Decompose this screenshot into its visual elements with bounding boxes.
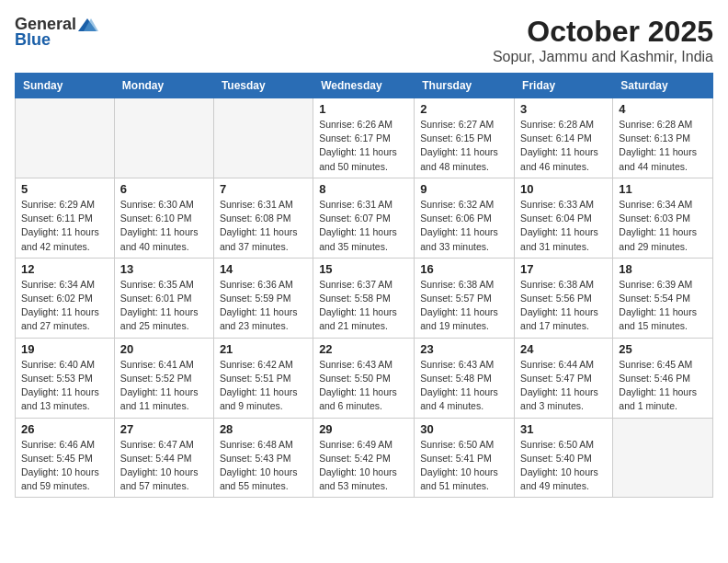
day-info: Sunrise: 6:50 AM Sunset: 5:40 PM Dayligh… xyxy=(520,438,607,494)
day-number: 20 xyxy=(120,342,208,356)
month-title: October 2025 xyxy=(493,15,713,49)
day-number: 2 xyxy=(420,102,508,116)
calendar-cell: 13Sunrise: 6:35 AM Sunset: 6:01 PM Dayli… xyxy=(114,258,213,338)
calendar-cell xyxy=(613,418,713,498)
day-number: 16 xyxy=(420,262,508,276)
day-number: 13 xyxy=(120,262,208,276)
day-number: 26 xyxy=(21,422,108,436)
day-number: 14 xyxy=(220,262,307,276)
day-number: 21 xyxy=(220,342,307,356)
week-row-4: 19Sunrise: 6:40 AM Sunset: 5:53 PM Dayli… xyxy=(16,338,713,418)
weekday-header-saturday: Saturday xyxy=(613,74,713,98)
week-row-5: 26Sunrise: 6:46 AM Sunset: 5:45 PM Dayli… xyxy=(16,418,713,498)
calendar-cell: 25Sunrise: 6:45 AM Sunset: 5:46 PM Dayli… xyxy=(613,338,713,418)
week-row-2: 5Sunrise: 6:29 AM Sunset: 6:11 PM Daylig… xyxy=(16,178,713,258)
day-info: Sunrise: 6:50 AM Sunset: 5:41 PM Dayligh… xyxy=(420,438,508,494)
day-number: 4 xyxy=(619,102,707,116)
day-info: Sunrise: 6:27 AM Sunset: 6:15 PM Dayligh… xyxy=(420,118,508,174)
calendar-cell: 11Sunrise: 6:34 AM Sunset: 6:03 PM Dayli… xyxy=(613,178,713,258)
day-info: Sunrise: 6:41 AM Sunset: 5:52 PM Dayligh… xyxy=(120,358,208,414)
calendar-cell: 10Sunrise: 6:33 AM Sunset: 6:04 PM Dayli… xyxy=(515,178,613,258)
day-info: Sunrise: 6:34 AM Sunset: 6:02 PM Dayligh… xyxy=(21,278,108,334)
day-number: 17 xyxy=(520,262,607,276)
calendar-cell: 6Sunrise: 6:30 AM Sunset: 6:10 PM Daylig… xyxy=(114,178,213,258)
day-info: Sunrise: 6:28 AM Sunset: 6:14 PM Dayligh… xyxy=(520,118,607,174)
calendar-cell: 9Sunrise: 6:32 AM Sunset: 6:06 PM Daylig… xyxy=(415,178,515,258)
day-info: Sunrise: 6:31 AM Sunset: 6:08 PM Dayligh… xyxy=(220,198,307,254)
day-number: 8 xyxy=(319,182,408,196)
calendar-cell: 28Sunrise: 6:48 AM Sunset: 5:43 PM Dayli… xyxy=(213,418,313,498)
day-info: Sunrise: 6:38 AM Sunset: 5:57 PM Dayligh… xyxy=(420,278,508,334)
day-info: Sunrise: 6:43 AM Sunset: 5:48 PM Dayligh… xyxy=(420,358,508,414)
day-number: 19 xyxy=(21,342,108,356)
day-info: Sunrise: 6:47 AM Sunset: 5:44 PM Dayligh… xyxy=(120,438,208,494)
calendar-cell: 26Sunrise: 6:46 AM Sunset: 5:45 PM Dayli… xyxy=(16,418,115,498)
day-info: Sunrise: 6:30 AM Sunset: 6:10 PM Dayligh… xyxy=(120,198,208,254)
day-number: 22 xyxy=(319,342,408,356)
day-info: Sunrise: 6:45 AM Sunset: 5:46 PM Dayligh… xyxy=(619,358,707,414)
calendar-table: SundayMondayTuesdayWednesdayThursdayFrid… xyxy=(15,73,713,498)
calendar-cell: 19Sunrise: 6:40 AM Sunset: 5:53 PM Dayli… xyxy=(16,338,115,418)
calendar-cell: 14Sunrise: 6:36 AM Sunset: 5:59 PM Dayli… xyxy=(213,258,313,338)
calendar-cell: 17Sunrise: 6:38 AM Sunset: 5:56 PM Dayli… xyxy=(515,258,613,338)
week-row-3: 12Sunrise: 6:34 AM Sunset: 6:02 PM Dayli… xyxy=(16,258,713,338)
day-info: Sunrise: 6:49 AM Sunset: 5:42 PM Dayligh… xyxy=(319,438,408,494)
day-number: 5 xyxy=(21,182,108,196)
day-number: 29 xyxy=(319,422,408,436)
calendar-cell: 16Sunrise: 6:38 AM Sunset: 5:57 PM Dayli… xyxy=(415,258,515,338)
day-number: 7 xyxy=(220,182,307,196)
day-info: Sunrise: 6:44 AM Sunset: 5:47 PM Dayligh… xyxy=(520,358,607,414)
day-info: Sunrise: 6:35 AM Sunset: 6:01 PM Dayligh… xyxy=(120,278,208,334)
title-block: October 2025 Sopur, Jammu and Kashmir, I… xyxy=(493,15,713,65)
day-info: Sunrise: 6:31 AM Sunset: 6:07 PM Dayligh… xyxy=(319,198,408,254)
calendar-cell xyxy=(114,98,213,178)
calendar-cell: 1Sunrise: 6:26 AM Sunset: 6:17 PM Daylig… xyxy=(313,98,415,178)
calendar-cell: 24Sunrise: 6:44 AM Sunset: 5:47 PM Dayli… xyxy=(515,338,613,418)
day-number: 12 xyxy=(21,262,108,276)
calendar-cell xyxy=(16,98,115,178)
day-info: Sunrise: 6:36 AM Sunset: 5:59 PM Dayligh… xyxy=(220,278,307,334)
location: Sopur, Jammu and Kashmir, India xyxy=(493,49,713,65)
day-info: Sunrise: 6:33 AM Sunset: 6:04 PM Dayligh… xyxy=(520,198,607,254)
day-number: 11 xyxy=(619,182,707,196)
logo-icon xyxy=(78,17,98,33)
calendar-cell: 18Sunrise: 6:39 AM Sunset: 5:54 PM Dayli… xyxy=(613,258,713,338)
calendar-cell: 15Sunrise: 6:37 AM Sunset: 5:58 PM Dayli… xyxy=(313,258,415,338)
calendar-cell: 27Sunrise: 6:47 AM Sunset: 5:44 PM Dayli… xyxy=(114,418,213,498)
day-number: 6 xyxy=(120,182,208,196)
day-info: Sunrise: 6:28 AM Sunset: 6:13 PM Dayligh… xyxy=(619,118,707,174)
day-info: Sunrise: 6:34 AM Sunset: 6:03 PM Dayligh… xyxy=(619,198,707,254)
day-number: 9 xyxy=(420,182,508,196)
day-number: 30 xyxy=(420,422,508,436)
weekday-header-tuesday: Tuesday xyxy=(213,74,313,98)
logo-blue-text: Blue xyxy=(15,30,51,50)
calendar-cell: 7Sunrise: 6:31 AM Sunset: 6:08 PM Daylig… xyxy=(213,178,313,258)
day-number: 25 xyxy=(619,342,707,356)
day-info: Sunrise: 6:48 AM Sunset: 5:43 PM Dayligh… xyxy=(220,438,307,494)
day-number: 10 xyxy=(520,182,607,196)
calendar-cell: 21Sunrise: 6:42 AM Sunset: 5:51 PM Dayli… xyxy=(213,338,313,418)
weekday-header-monday: Monday xyxy=(114,74,213,98)
calendar-cell: 22Sunrise: 6:43 AM Sunset: 5:50 PM Dayli… xyxy=(313,338,415,418)
calendar-cell: 12Sunrise: 6:34 AM Sunset: 6:02 PM Dayli… xyxy=(16,258,115,338)
day-info: Sunrise: 6:39 AM Sunset: 5:54 PM Dayligh… xyxy=(619,278,707,334)
day-number: 23 xyxy=(420,342,508,356)
day-number: 31 xyxy=(520,422,607,436)
calendar-cell: 20Sunrise: 6:41 AM Sunset: 5:52 PM Dayli… xyxy=(114,338,213,418)
day-number: 27 xyxy=(120,422,208,436)
calendar-cell: 3Sunrise: 6:28 AM Sunset: 6:14 PM Daylig… xyxy=(515,98,613,178)
day-info: Sunrise: 6:38 AM Sunset: 5:56 PM Dayligh… xyxy=(520,278,607,334)
day-number: 24 xyxy=(520,342,607,356)
day-info: Sunrise: 6:32 AM Sunset: 6:06 PM Dayligh… xyxy=(420,198,508,254)
weekday-header-sunday: Sunday xyxy=(16,74,115,98)
day-number: 1 xyxy=(319,102,408,116)
calendar-cell: 23Sunrise: 6:43 AM Sunset: 5:48 PM Dayli… xyxy=(415,338,515,418)
calendar-cell: 31Sunrise: 6:50 AM Sunset: 5:40 PM Dayli… xyxy=(515,418,613,498)
weekday-header-row: SundayMondayTuesdayWednesdayThursdayFrid… xyxy=(16,74,713,98)
calendar-cell: 8Sunrise: 6:31 AM Sunset: 6:07 PM Daylig… xyxy=(313,178,415,258)
weekday-header-wednesday: Wednesday xyxy=(313,74,415,98)
weekday-header-friday: Friday xyxy=(515,74,613,98)
calendar-cell: 30Sunrise: 6:50 AM Sunset: 5:41 PM Dayli… xyxy=(415,418,515,498)
day-info: Sunrise: 6:29 AM Sunset: 6:11 PM Dayligh… xyxy=(21,198,108,254)
week-row-1: 1Sunrise: 6:26 AM Sunset: 6:17 PM Daylig… xyxy=(16,98,713,178)
